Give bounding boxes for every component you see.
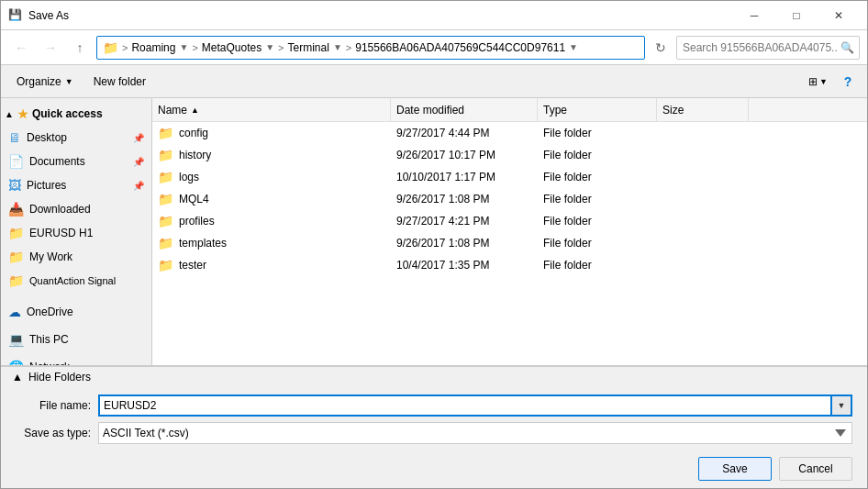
table-row[interactable]: 📁 logs 10/10/2017 1:17 PM File folder (152, 166, 867, 188)
table-row[interactable]: 📁 config 9/27/2017 4:44 PM File folder (152, 122, 867, 144)
table-row[interactable]: 📁 MQL4 9/26/2017 1:08 PM File folder (152, 188, 867, 210)
organize-button[interactable]: Organize ▼ (8, 70, 82, 94)
sidebar-item-desktop[interactable]: 🖥 Desktop 📌 (1, 126, 151, 150)
table-row[interactable]: 📁 history 9/26/2017 10:17 PM File folder (152, 144, 867, 166)
file-cell-name: 📁 MQL4 (152, 188, 391, 209)
quick-access-star: ★ (17, 107, 28, 121)
sidebar-item-documents[interactable]: 📄 Documents 📌 (1, 150, 151, 173)
path-sep-3: > (278, 42, 284, 53)
hide-folders-toggle[interactable]: ▲ Hide Folders (1, 366, 867, 387)
file-cell-date: 9/26/2017 10:17 PM (391, 144, 538, 165)
file-name-text: profiles (179, 215, 215, 228)
file-cell-type: File folder (538, 144, 657, 165)
sidebar-item-pictures[interactable]: 🖼 Pictures 📌 (1, 173, 151, 197)
view-dropdown-icon: ▼ (819, 77, 828, 86)
sidebar-item-onedrive[interactable]: ☁ OneDrive (1, 300, 151, 324)
quantaction-icon: 📁 (8, 273, 24, 288)
saveastype-label: Save as type: (16, 427, 98, 439)
bottom-buttons: Save Cancel (1, 453, 867, 488)
sidebar-item-mywork[interactable]: 📁 My Work (1, 245, 151, 269)
onedrive-icon: ☁ (8, 305, 21, 319)
table-row[interactable]: 📁 templates 9/26/2017 1:08 PM File folde… (152, 232, 867, 254)
folder-icon: 📁 (158, 214, 173, 228)
folder-icon: 📁 (158, 126, 173, 140)
address-path[interactable]: 📁 > Roaming ▼ > MetaQuotes ▼ > Terminal … (96, 36, 645, 60)
file-cell-size (657, 188, 749, 209)
file-cell-name: 📁 profiles (152, 210, 391, 231)
file-cell-type: File folder (538, 188, 657, 209)
saveastype-select[interactable]: ASCII Text (*.csv) (98, 422, 852, 444)
file-cell-date: 9/26/2017 1:08 PM (391, 188, 538, 209)
file-cell-name: 📁 tester (152, 254, 391, 275)
path-metaquotes[interactable]: MetaQuotes ▼ (202, 41, 274, 54)
main-area: ▲ ★ Quick access 🖥 Desktop 📌 📄 Documents… (1, 98, 867, 365)
file-cell-type: File folder (538, 166, 657, 187)
folder-icon: 📁 (158, 192, 173, 206)
file-cell-name: 📁 history (152, 144, 391, 165)
path-sep-4: > (346, 42, 351, 53)
path-sep-2: > (192, 42, 197, 53)
sidebar: ▲ ★ Quick access 🖥 Desktop 📌 📄 Documents… (1, 98, 152, 365)
path-roaming[interactable]: Roaming ▼ (131, 41, 188, 54)
sidebar-item-network[interactable]: 🌐 Network (1, 355, 151, 365)
close-button[interactable]: ✕ (818, 1, 860, 30)
address-bar: ← → ↑ 📁 > Roaming ▼ > MetaQuotes ▼ > Ter… (1, 30, 867, 65)
view-button[interactable]: ⊞ ▼ (804, 70, 832, 94)
title-bar-title: Save As (28, 9, 733, 22)
filename-dropdown-button[interactable]: ▼ (832, 395, 852, 417)
table-row[interactable]: 📁 profiles 9/27/2017 4:21 PM File folder (152, 210, 867, 232)
column-name-header[interactable]: Name ▲ (152, 98, 391, 121)
help-button[interactable]: ? (836, 70, 860, 94)
column-date-header[interactable]: Date modified (391, 98, 538, 121)
column-size-header[interactable]: Size (657, 98, 749, 121)
file-fields: File name: ▼ Save as type: ASCII Text (*… (1, 387, 867, 453)
file-cell-name: 📁 logs (152, 166, 391, 187)
file-name-text: MQL4 (179, 193, 209, 206)
file-cell-date: 9/27/2017 4:44 PM (391, 122, 538, 143)
table-row[interactable]: 📁 tester 10/4/2017 1:35 PM File folder (152, 254, 867, 276)
search-input[interactable] (676, 36, 860, 60)
column-type-header[interactable]: Type (538, 98, 657, 121)
file-list-header: Name ▲ Date modified Type Size (152, 98, 867, 122)
organize-dropdown-icon: ▼ (65, 77, 73, 86)
back-button[interactable]: ← (8, 35, 34, 61)
file-name-text: config (179, 127, 208, 139)
sidebar-item-downloaded[interactable]: 📥 Downloaded (1, 197, 151, 221)
refresh-button[interactable]: ↻ (649, 36, 673, 60)
file-name-text: history (179, 149, 211, 161)
file-cell-size (657, 210, 749, 231)
title-bar-icon: 💾 (8, 8, 23, 23)
bottom-area: ▲ Hide Folders File name: ▼ Save as type… (1, 365, 867, 488)
folder-icon: 📁 (158, 236, 173, 250)
up-button[interactable]: ↑ (67, 35, 93, 61)
pin-icon: 📌 (133, 133, 144, 143)
sidebar-item-eurusd[interactable]: 📁 EURUSD H1 (1, 221, 151, 245)
new-folder-button[interactable]: New folder (85, 70, 154, 94)
save-button[interactable]: Save (698, 457, 772, 481)
cancel-button[interactable]: Cancel (779, 457, 852, 481)
file-cell-type: File folder (538, 232, 657, 253)
documents-icon: 📄 (8, 154, 24, 169)
pin-icon-pics: 📌 (133, 181, 144, 191)
minimize-button[interactable]: ─ (733, 1, 775, 30)
maximize-button[interactable]: □ (775, 1, 818, 30)
sidebar-item-thispc[interactable]: 💻 This PC (1, 328, 151, 351)
forward-button[interactable]: → (38, 35, 63, 61)
path-hash[interactable]: 915566BA06ADA407569C544CC0D97611 ▼ (355, 41, 578, 54)
search-container: 🔍 (676, 36, 860, 60)
file-cell-date: 9/26/2017 1:08 PM (391, 232, 538, 253)
saveastype-wrapper: ASCII Text (*.csv) (98, 422, 852, 444)
folder-icon: 📁 (158, 148, 173, 162)
filename-input[interactable] (98, 395, 832, 417)
file-cell-type: File folder (538, 254, 657, 275)
path-terminal[interactable]: Terminal ▼ (288, 41, 342, 54)
file-name-text: templates (179, 237, 227, 250)
quick-access-header[interactable]: ▲ ★ Quick access (1, 102, 151, 126)
sidebar-item-quantaction[interactable]: 📁 QuantAction Signal (1, 269, 151, 293)
filename-label: File name: (16, 399, 98, 412)
toolbar: Organize ▼ New folder ⊞ ▼ ? (1, 65, 867, 98)
file-name-text: logs (179, 171, 199, 183)
hide-folders-icon: ▲ (12, 371, 23, 383)
saveastype-row: Save as type: ASCII Text (*.csv) (16, 422, 852, 444)
thispc-icon: 💻 (8, 332, 24, 347)
